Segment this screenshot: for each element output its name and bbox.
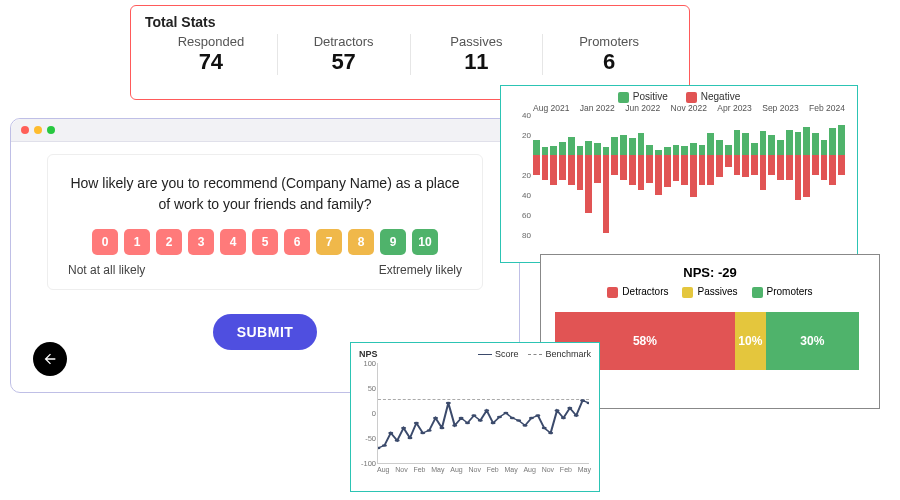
positive-bar [786,130,793,155]
positive-bar [812,133,819,155]
posneg-column [664,115,671,235]
window-max-icon[interactable] [47,126,55,134]
posneg-column [620,115,627,235]
scale-option-3[interactable]: 3 [188,229,214,255]
scale-option-5[interactable]: 5 [252,229,278,255]
y-tick: 40 [522,110,531,119]
x-tick: Nov 2022 [671,103,707,113]
legend-positive: Positive [618,91,668,103]
stat-value: 6 [603,49,615,75]
positive-bar [760,131,767,155]
scale-option-7[interactable]: 7 [316,229,342,255]
posneg-column [611,115,618,235]
x-tick: Feb 2024 [809,103,845,113]
y-tick: 0 [372,409,376,418]
data-point [446,402,451,404]
scale-option-2[interactable]: 2 [156,229,182,255]
scale-option-9[interactable]: 9 [380,229,406,255]
nps-title: NPS: -29 [555,265,865,280]
scale-option-4[interactable]: 4 [220,229,246,255]
positive-bar [664,147,671,155]
posneg-column [673,115,680,235]
negative-swatch-icon [686,92,697,103]
nps-scale: 012345678910 [68,229,462,255]
passive-swatch-icon [682,287,693,298]
survey-question: How likely are you to recommend (Company… [68,173,462,215]
posneg-column [716,115,723,235]
window-min-icon[interactable] [34,126,42,134]
posneg-column [681,115,688,235]
negative-bar [542,155,549,180]
negative-bar [803,155,810,197]
promoter-swatch-icon [752,287,763,298]
data-point [535,414,540,416]
negative-bar [646,155,653,183]
posneg-column [821,115,828,235]
benchmark-line-icon [528,354,542,355]
data-point [523,424,528,426]
stat-detractors: Detractors 57 [277,34,410,75]
positive-bar [821,140,828,155]
stats-title: Total Stats [145,14,675,30]
x-tick: Aug [523,466,535,473]
stat-label: Promoters [579,34,639,49]
posneg-column [829,115,836,235]
posneg-column [699,115,706,235]
scale-option-8[interactable]: 8 [348,229,374,255]
data-point [471,414,476,416]
positive-bar [795,132,802,155]
data-point [510,417,515,419]
scale-option-10[interactable]: 10 [412,229,438,255]
arrow-left-icon [42,351,58,367]
y-tick: 20 [522,130,531,139]
x-tick: Feb [413,466,425,473]
window-close-icon[interactable] [21,126,29,134]
stat-value: 11 [464,49,488,75]
submit-button[interactable]: SUBMIT [213,314,318,350]
data-point [542,427,547,429]
back-button[interactable] [33,342,67,376]
negative-bar [629,155,636,185]
posneg-column [751,115,758,235]
y-tick: 20 [522,170,531,179]
legend-promoters: Promoters [752,286,813,298]
scale-endpoints: Not at all likely Extremely likely [68,263,462,277]
scale-option-6[interactable]: 6 [284,229,310,255]
posneg-column [734,115,741,235]
data-point [561,417,566,419]
stat-label: Passives [450,34,502,49]
window-title-bar [11,119,519,142]
stat-responded: Responded 74 [145,34,277,75]
scale-max-label: Extremely likely [379,263,462,277]
positive-bar [777,140,784,155]
stat-passives: Passives 11 [410,34,543,75]
data-point [529,417,534,419]
posneg-column [577,115,584,235]
legend-benchmark: Benchmark [528,349,591,359]
negative-bar [594,155,601,183]
negative-bar [638,155,645,190]
x-tick: May [431,466,444,473]
data-point [548,432,553,434]
data-point [401,427,406,429]
negative-bar [550,155,557,185]
posneg-column [690,115,697,235]
posneg-column [533,115,540,235]
data-point [484,409,489,411]
positive-bar [559,142,566,155]
x-tick: Nov [468,466,480,473]
negative-bar [611,155,618,175]
posneg-column [725,115,732,235]
negative-bar [568,155,575,185]
data-point [574,414,579,416]
positive-bar [768,135,775,155]
scale-option-1[interactable]: 1 [124,229,150,255]
negative-bar [821,155,828,180]
scale-option-0[interactable]: 0 [92,229,118,255]
x-tick: May [578,466,591,473]
line-header: NPS Score Benchmark [359,349,591,359]
negative-bar [777,155,784,180]
legend-detractors: Detractors [607,286,668,298]
posneg-column [655,115,662,235]
negative-bar [690,155,697,197]
